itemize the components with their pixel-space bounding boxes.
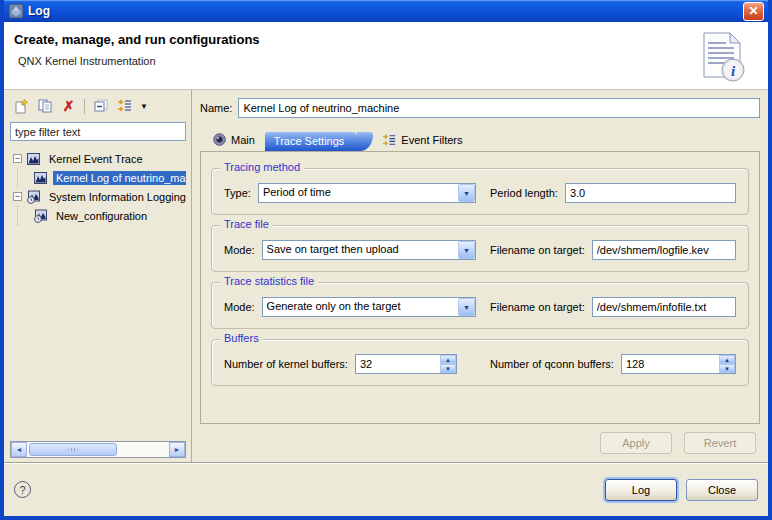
trace-file-group: Trace file Mode: Save on target then upl… [211, 225, 749, 272]
document-info-icon: i [696, 29, 748, 83]
stats-filename-input[interactable] [592, 297, 736, 317]
toolbar-menu-caret-icon[interactable]: ▼ [140, 102, 148, 111]
selected-value: Save on target then upload [263, 241, 458, 259]
tab-label: Trace Settings [274, 135, 345, 147]
trace-settings-pane: Tracing method Type: Period of time ▼ Pe… [200, 151, 760, 424]
scrollbar-thumb[interactable] [29, 443, 117, 456]
type-label: Type: [224, 187, 251, 199]
content-area: ✗ ▼ [4, 90, 768, 462]
tree-item-label[interactable]: New_configuration [53, 209, 150, 223]
chevron-down-icon[interactable]: ▼ [458, 241, 475, 259]
configurations-panel: ✗ ▼ [4, 90, 192, 462]
close-button[interactable]: Close [686, 479, 758, 501]
tree-item-system-info-logging[interactable]: − System Information Logging [10, 187, 186, 206]
header-banner: Create, manage, and run configurations Q… [4, 22, 768, 90]
spin-down-icon[interactable]: ▼ [719, 364, 735, 373]
name-row: Name: [200, 98, 760, 118]
apply-button[interactable]: Apply [600, 432, 672, 454]
tracing-type-select[interactable]: Period of time ▼ [258, 183, 476, 203]
system-info-icon [33, 208, 49, 224]
period-length-label: Period length: [490, 187, 558, 199]
name-input[interactable] [238, 98, 760, 118]
system-info-icon [26, 189, 42, 205]
scrollbar-track[interactable] [27, 442, 169, 457]
window-title: Log [28, 4, 743, 18]
duplicate-icon[interactable] [36, 98, 53, 114]
page-subtitle: QNX Kernel Instrumentation [18, 55, 768, 67]
qconn-buffers-value[interactable] [622, 355, 719, 373]
tree-item-label[interactable]: Kernel Log of neutrino_machine [53, 171, 186, 185]
app-icon [8, 3, 24, 19]
trace-statistics-group: Trace statistics file Mode: Generate onl… [211, 282, 749, 329]
chevron-down-icon[interactable]: ▼ [458, 298, 475, 316]
filter-icon[interactable] [116, 98, 133, 114]
scroll-right-icon[interactable]: ► [169, 442, 185, 457]
kernel-buffers-label: Number of kernel buffers: [224, 358, 348, 370]
toolbar-separator [84, 99, 85, 114]
page-title: Create, manage, and run configurations [14, 32, 768, 47]
config-toolbar: ✗ ▼ [10, 94, 186, 120]
mode-label: Mode: [224, 244, 255, 256]
tab-bar: Main Trace Settings Event Filters [200, 128, 760, 151]
group-title: Tracing method [220, 161, 304, 173]
collapse-expander-icon[interactable]: − [13, 154, 22, 163]
new-configuration-icon[interactable] [12, 98, 29, 114]
tab-event-filters[interactable]: Event Filters [372, 128, 472, 151]
log-dialog-window: Log ✕ Create, manage, and run configurat… [0, 0, 772, 520]
kernel-trace-icon [33, 170, 49, 186]
dialog-footer: ? Log Close [4, 462, 768, 516]
tree-item-label[interactable]: System Information Logging [46, 190, 186, 204]
name-label: Name: [200, 102, 232, 114]
trace-filename-input[interactable] [592, 240, 736, 260]
chevron-down-icon[interactable]: ▼ [458, 184, 475, 202]
configurations-tree: − Kernel Event Trace Kernel Log of neutr… [10, 147, 186, 439]
tree-indent-guide [17, 206, 33, 225]
apply-revert-row: Apply Revert [200, 424, 760, 462]
tree-item-label[interactable]: Kernel Event Trace [46, 152, 146, 166]
close-icon[interactable]: ✕ [743, 2, 764, 21]
tracing-method-group: Tracing method Type: Period of time ▼ Pe… [211, 168, 749, 215]
collapse-expander-icon[interactable]: − [13, 192, 22, 201]
filename-label: Filename on target: [490, 244, 585, 256]
mode-label: Mode: [224, 301, 255, 313]
scroll-left-icon[interactable]: ◄ [11, 442, 27, 457]
kernel-buffers-value[interactable] [356, 355, 440, 373]
tab-label: Main [231, 134, 255, 146]
group-title: Trace statistics file [220, 275, 318, 287]
trace-file-mode-select[interactable]: Save on target then upload ▼ [262, 240, 476, 260]
tab-trace-settings[interactable]: Trace Settings [265, 132, 359, 151]
tree-indent-guide [17, 168, 33, 187]
spin-up-icon[interactable]: ▲ [440, 355, 456, 364]
group-title: Trace file [220, 218, 273, 230]
revert-button[interactable]: Revert [684, 432, 756, 454]
kernel-trace-icon [26, 151, 42, 167]
tree-item-kernel-event-trace[interactable]: − Kernel Event Trace [10, 149, 186, 168]
tab-label: Event Filters [401, 134, 462, 146]
stats-mode-select[interactable]: Generate only on the target ▼ [262, 297, 476, 317]
kernel-buffers-stepper[interactable]: ▲ ▼ [355, 354, 457, 374]
tab-main[interactable]: Main [202, 128, 265, 151]
tree-item-new-configuration[interactable]: New_configuration [10, 206, 186, 225]
help-icon[interactable]: ? [14, 481, 31, 498]
tree-horizontal-scrollbar[interactable]: ◄ ► [10, 441, 186, 458]
qconn-buffers-label: Number of qconn buffers: [490, 358, 614, 370]
delete-icon[interactable]: ✗ [60, 98, 77, 114]
period-length-input[interactable] [565, 183, 736, 203]
collapse-all-icon[interactable] [92, 98, 109, 114]
event-filters-icon [382, 132, 397, 147]
buffers-group: Buffers Number of kernel buffers: ▲ ▼ [211, 339, 749, 386]
main-tab-icon [212, 132, 227, 147]
qconn-buffers-stepper[interactable]: ▲ ▼ [621, 354, 736, 374]
tree-item-kernel-log[interactable]: Kernel Log of neutrino_machine [10, 168, 186, 187]
group-title: Buffers [220, 332, 263, 344]
filename-label: Filename on target: [490, 301, 585, 313]
filter-input[interactable] [10, 122, 186, 141]
spin-down-icon[interactable]: ▼ [440, 364, 456, 373]
configuration-form: Name: Main Trace Settings [192, 90, 768, 462]
spin-up-icon[interactable]: ▲ [719, 355, 735, 364]
selected-value: Period of time [259, 184, 458, 202]
title-bar[interactable]: Log ✕ [4, 0, 768, 22]
selected-value: Generate only on the target [263, 298, 458, 316]
log-button[interactable]: Log [605, 479, 677, 501]
